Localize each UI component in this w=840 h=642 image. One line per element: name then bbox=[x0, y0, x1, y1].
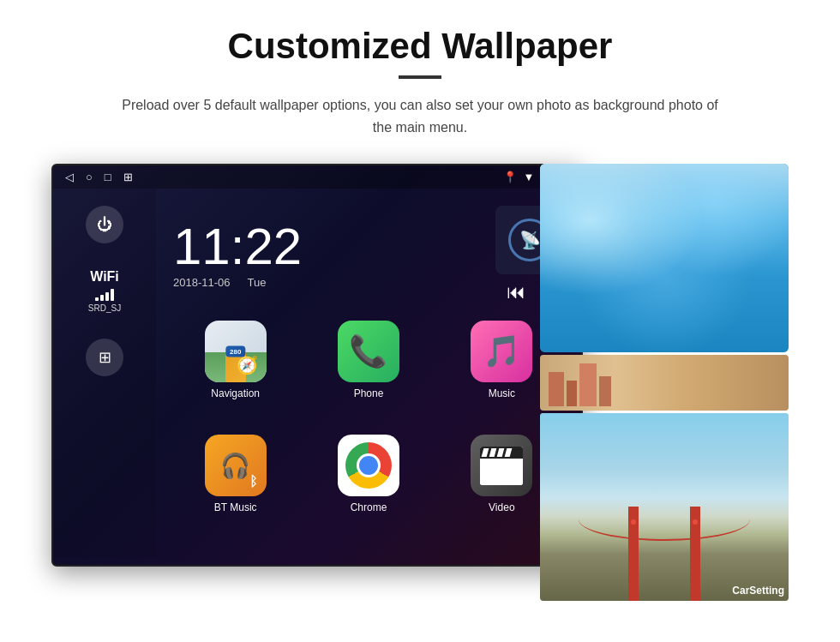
building-3 bbox=[579, 363, 597, 406]
chrome-inner-circle bbox=[357, 453, 381, 477]
navigation-label: Navigation bbox=[211, 387, 260, 399]
app-grid: 280 🧭 Navigation 📞 Phone bbox=[156, 312, 581, 549]
music-icon: 🎵 bbox=[471, 321, 532, 382]
wifi-bar-4 bbox=[111, 289, 114, 301]
status-left: ◁ ○ □ ⊞ bbox=[65, 171, 133, 183]
status-bar: ◁ ○ □ ⊞ 📍 ▼ 11:22 bbox=[53, 165, 581, 189]
btmusic-label: BT Music bbox=[214, 501, 257, 513]
page-title: Customized Wallpaper bbox=[228, 26, 613, 67]
headphone-icon: 🎧 bbox=[220, 452, 250, 480]
clapboard-top bbox=[480, 447, 523, 459]
page-subtitle: Preload over 5 default wallpaper options… bbox=[120, 94, 720, 138]
page-wrapper: Customized Wallpaper Preload over 5 defa… bbox=[0, 0, 840, 642]
app-item-phone[interactable]: 📞 Phone bbox=[306, 321, 430, 426]
clapboard-body bbox=[480, 459, 523, 485]
phone-label: Phone bbox=[354, 387, 384, 399]
phone-handset-icon: 📞 bbox=[349, 333, 387, 369]
clap-stripe-2 bbox=[489, 448, 497, 457]
wifi-widget: WiFi SRD_SJ bbox=[88, 269, 121, 313]
clock-area: 11:22 2018-11-06 Tue 📡 bbox=[156, 197, 581, 312]
music-label: Music bbox=[489, 387, 515, 399]
btmusic-icon: 🎧 ᛒ bbox=[205, 435, 267, 496]
clock-day: Tue bbox=[248, 276, 267, 289]
wifi-label: WiFi bbox=[90, 269, 119, 285]
clock-date: 2018-11-06 Tue bbox=[173, 276, 478, 289]
phone-icon: 📞 bbox=[338, 321, 399, 382]
power-button[interactable]: ⏻ bbox=[86, 206, 123, 243]
recents-icon[interactable]: □ bbox=[105, 171, 111, 183]
bridge-scene: CarSetting bbox=[540, 413, 789, 602]
wifi-bar-1 bbox=[95, 297, 99, 301]
wifi-bars bbox=[95, 287, 114, 301]
signal-wave-icon: 📡 bbox=[519, 230, 541, 250]
music-note-icon: 🎵 bbox=[483, 333, 521, 369]
bridge-cable bbox=[579, 498, 750, 541]
building-2 bbox=[567, 381, 577, 406]
chrome-label: Chrome bbox=[351, 501, 387, 513]
city-background bbox=[540, 355, 789, 411]
building-1 bbox=[549, 372, 564, 406]
clap-stripe-1 bbox=[482, 448, 489, 457]
clock-date-value: 2018-11-06 bbox=[173, 276, 231, 289]
app-item-chrome[interactable]: Chrome bbox=[306, 435, 430, 540]
bluetooth-symbol-icon: ᛒ bbox=[249, 474, 258, 489]
clapboard-icon bbox=[480, 447, 523, 485]
prev-track-icon[interactable]: ⏮ bbox=[507, 281, 525, 303]
nav-arrow-icon: 🧭 bbox=[237, 355, 258, 375]
chrome-outer-ring bbox=[345, 442, 392, 489]
clap-stripe-4 bbox=[505, 448, 513, 457]
video-icon bbox=[471, 435, 532, 496]
app-item-btmusic[interactable]: 🎧 ᛒ BT Music bbox=[173, 435, 297, 540]
back-icon[interactable]: ◁ bbox=[65, 171, 74, 183]
ice-formation bbox=[540, 164, 789, 352]
chrome-icon bbox=[338, 435, 399, 496]
signal-icon: ▼ bbox=[524, 171, 535, 183]
city-buildings bbox=[549, 359, 611, 406]
device-container: ◁ ○ □ ⊞ 📍 ▼ 11:22 ⏻ WiFi bbox=[51, 164, 789, 601]
ice-background bbox=[540, 164, 789, 352]
android-screen: ◁ ○ □ ⊞ 📍 ▼ 11:22 ⏻ WiFi bbox=[51, 164, 583, 567]
building-4 bbox=[599, 376, 611, 406]
video-label: Video bbox=[489, 501, 514, 513]
navigation-icon: 280 🧭 bbox=[205, 321, 267, 382]
wallpaper-panels: CarSetting bbox=[540, 164, 789, 601]
screen-content: ⏻ WiFi SRD_SJ ⊞ bbox=[53, 189, 581, 557]
wifi-network: SRD_SJ bbox=[88, 303, 121, 313]
clock-time: 11:22 bbox=[173, 221, 478, 273]
wallpaper-panel-bridge: CarSetting bbox=[540, 413, 789, 602]
apps-grid-button[interactable]: ⊞ bbox=[86, 339, 123, 376]
location-icon: 📍 bbox=[503, 171, 517, 183]
left-sidebar: ⏻ WiFi SRD_SJ ⊞ bbox=[53, 189, 156, 557]
clock-display: 11:22 2018-11-06 Tue bbox=[173, 221, 478, 289]
home-icon[interactable]: ○ bbox=[86, 171, 93, 183]
carsetting-label: CarSetting bbox=[732, 585, 784, 597]
wifi-bar-2 bbox=[100, 295, 104, 301]
title-divider bbox=[399, 75, 441, 79]
clap-stripe-3 bbox=[497, 448, 505, 457]
wifi-bar-3 bbox=[105, 292, 109, 301]
wallpaper-panel-city bbox=[540, 355, 789, 411]
wallpaper-panel-ice bbox=[540, 164, 789, 352]
app-item-navigation[interactable]: 280 🧭 Navigation bbox=[173, 321, 297, 426]
screenshot-icon[interactable]: ⊞ bbox=[123, 171, 133, 183]
center-content: 11:22 2018-11-06 Tue 📡 bbox=[156, 189, 581, 557]
